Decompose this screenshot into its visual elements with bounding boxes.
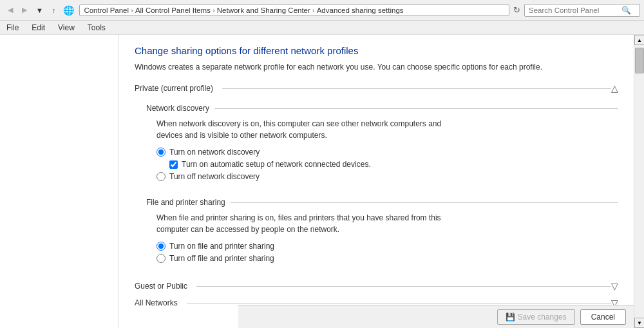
fp-off-option[interactable]: Turn off file and printer sharing bbox=[156, 254, 618, 263]
address-bar[interactable]: Control Panel › All Control Panel Items … bbox=[79, 5, 509, 16]
scrollbar-thumb[interactable] bbox=[635, 48, 644, 73]
nd-off-label: Turn off network discovery bbox=[169, 172, 260, 181]
nav-buttons: ◀ ▶ ▼ ↑ 🌐 bbox=[4, 4, 77, 16]
main-content: Change sharing options for different net… bbox=[0, 35, 644, 328]
dropdown-button[interactable]: ▼ bbox=[32, 5, 47, 16]
back-button[interactable]: ◀ bbox=[4, 4, 17, 16]
fp-on-radio[interactable] bbox=[156, 242, 166, 251]
private-section-header[interactable]: Private (current profile) △ bbox=[135, 83, 618, 93]
fp-on-label: Turn on file and printer sharing bbox=[169, 242, 274, 251]
breadcrumb-sep-3: › bbox=[312, 6, 315, 14]
save-changes-label: Save changes bbox=[518, 313, 567, 322]
network-discovery-line bbox=[214, 108, 618, 109]
nd-off-radio[interactable] bbox=[156, 172, 166, 181]
network-discovery-label: Network discovery bbox=[146, 104, 214, 113]
all-networks-line bbox=[187, 303, 611, 304]
refresh-button[interactable]: ↻ bbox=[512, 5, 522, 15]
page-description: Windows creates a separate network profi… bbox=[135, 61, 618, 73]
content-area: Change sharing options for different net… bbox=[119, 35, 634, 328]
network-discovery-options: Turn on network discovery Turn on automa… bbox=[156, 148, 618, 181]
guest-public-chevron-down-icon[interactable]: ▽ bbox=[611, 281, 618, 291]
breadcrumb-allitems[interactable]: All Control Panel Items bbox=[135, 6, 211, 14]
nd-on-option[interactable]: Turn on network discovery bbox=[156, 148, 618, 157]
search-input[interactable] bbox=[529, 6, 619, 14]
all-networks-label: All Networks bbox=[135, 298, 183, 307]
menu-bar: File Edit View Tools bbox=[0, 21, 644, 35]
nd-auto-option[interactable]: Turn on automatic setup of network conne… bbox=[169, 160, 618, 169]
nd-off-option[interactable]: Turn off network discovery bbox=[156, 172, 618, 181]
file-printer-header: File and printer sharing bbox=[146, 198, 618, 207]
private-section: Private (current profile) △ Network disc… bbox=[135, 83, 618, 271]
private-section-label: Private (current profile) bbox=[135, 84, 218, 93]
up-button[interactable]: ↑ bbox=[48, 5, 60, 16]
file-printer-description: When file and printer sharing is on, fil… bbox=[156, 212, 466, 235]
scrollbar[interactable]: ▲ ▼ bbox=[634, 35, 644, 328]
page-title: Change sharing options for different net… bbox=[135, 45, 618, 56]
folder-icon: 🌐 bbox=[63, 5, 74, 15]
guest-public-line bbox=[196, 286, 611, 287]
save-icon: 💾 bbox=[506, 313, 515, 322]
breadcrumb-network[interactable]: Network and Sharing Center bbox=[217, 6, 310, 14]
nd-auto-label: Turn on automatic setup of network conne… bbox=[182, 160, 371, 169]
network-discovery-description: When network discovery is on, this compu… bbox=[156, 118, 466, 141]
guest-public-label: Guest or Public bbox=[135, 282, 193, 291]
fp-off-radio[interactable] bbox=[156, 254, 166, 263]
menu-view[interactable]: View bbox=[55, 23, 77, 33]
search-icon[interactable]: 🔍 bbox=[621, 6, 631, 15]
search-box: 🔍 bbox=[524, 4, 640, 17]
cancel-button[interactable]: Cancel bbox=[580, 309, 626, 325]
menu-edit[interactable]: Edit bbox=[29, 23, 48, 33]
breadcrumb-controlpanel[interactable]: Control Panel bbox=[84, 6, 129, 14]
file-printer-line bbox=[231, 202, 618, 203]
file-printer-label: File and printer sharing bbox=[146, 198, 231, 207]
private-chevron-up-icon[interactable]: △ bbox=[611, 83, 618, 93]
breadcrumb-sep-2: › bbox=[213, 6, 215, 14]
nd-auto-checkbox[interactable] bbox=[169, 160, 178, 169]
fp-on-option[interactable]: Turn on file and printer sharing bbox=[156, 242, 618, 251]
network-discovery-subsection: Network discovery When network discovery… bbox=[135, 100, 618, 189]
guest-public-section: Guest or Public ▽ bbox=[135, 281, 618, 291]
guest-public-header[interactable]: Guest or Public ▽ bbox=[135, 281, 618, 291]
footer: 💾 Save changes Cancel bbox=[238, 305, 634, 328]
menu-file[interactable]: File bbox=[4, 23, 21, 33]
breadcrumb-advanced[interactable]: Advanced sharing settings bbox=[317, 6, 404, 14]
left-panel bbox=[0, 35, 119, 328]
title-bar: ◀ ▶ ▼ ↑ 🌐 Control Panel › All Control Pa… bbox=[0, 0, 644, 21]
scrollbar-up-button[interactable]: ▲ bbox=[634, 35, 644, 45]
menu-tools[interactable]: Tools bbox=[85, 23, 108, 33]
private-section-line bbox=[222, 88, 611, 89]
file-printer-options: Turn on file and printer sharing Turn of… bbox=[156, 242, 618, 263]
breadcrumb-sep-1: › bbox=[131, 6, 133, 14]
file-printer-subsection: File and printer sharing When file and p… bbox=[135, 194, 618, 271]
nd-on-label: Turn on network discovery bbox=[169, 148, 260, 157]
nd-on-radio[interactable] bbox=[156, 148, 166, 157]
forward-button[interactable]: ▶ bbox=[18, 4, 31, 16]
fp-off-label: Turn off file and printer sharing bbox=[169, 254, 274, 263]
scrollbar-down-button[interactable]: ▼ bbox=[634, 318, 644, 328]
save-changes-button[interactable]: 💾 Save changes bbox=[497, 309, 575, 325]
network-discovery-header: Network discovery bbox=[146, 104, 618, 113]
